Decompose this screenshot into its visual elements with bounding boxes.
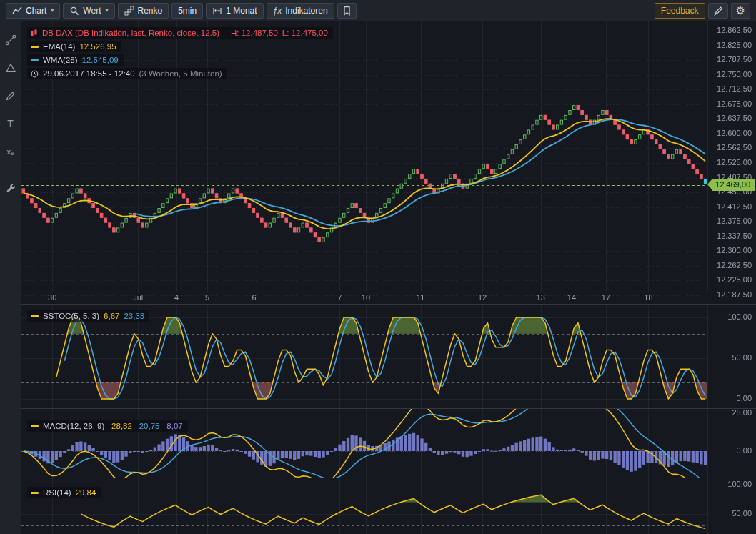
- time-range-detail: (3 Wochen, 5 Minuten): [139, 69, 222, 79]
- sstoc-legend: SSTOC(5, 5, 3) 6,67 23,33: [27, 310, 149, 322]
- macd-label: MACD(12, 26, 9): [43, 421, 104, 431]
- chart-tools-button[interactable]: [4, 182, 18, 197]
- main-legend: DB DAX (DB Indikation, last, Renko, clos…: [27, 27, 333, 79]
- formula-icon: x₈: [6, 147, 14, 156]
- chevron-down-icon: ▾: [51, 7, 54, 14]
- timeframe-button[interactable]: 5min: [171, 3, 203, 19]
- rsi-panel: RSI(14) 29,84: [21, 478, 756, 534]
- pencil-icon: [5, 90, 16, 102]
- sstoc-value-2: 23,33: [124, 311, 144, 321]
- sstoc-line-icon: [31, 315, 39, 317]
- ema-legend-row[interactable]: EMA(14) 12.526,95: [27, 41, 121, 52]
- freehand-draw-tool-button[interactable]: [4, 89, 18, 103]
- bookmark-icon: [342, 6, 352, 16]
- interval-icon: [212, 6, 222, 16]
- wma-value: 12.545,09: [82, 55, 119, 65]
- formula-tool-button[interactable]: x₈: [4, 144, 18, 159]
- clock-icon: [31, 70, 39, 78]
- gear-icon: ⚙: [736, 5, 745, 16]
- chevron-down-icon: ▾: [105, 7, 108, 14]
- text-tool-icon: T: [7, 118, 14, 129]
- ema-value: 12.526,95: [79, 41, 116, 51]
- macd-value-1: -28,82: [109, 421, 132, 431]
- macd-value-2: -20,75: [136, 421, 160, 431]
- rsi-legend-row[interactable]: RSI(14) 29,84: [27, 487, 101, 498]
- last-price-value: 12.469,00: [715, 180, 750, 189]
- feedback-label: Feedback: [661, 6, 699, 16]
- chart-type-button[interactable]: Chart ▾: [6, 3, 60, 19]
- macd-legend: MACD(12, 26, 9) -28,82 -20,75 -8,07: [27, 420, 188, 432]
- last-price-badge: 12.469,00: [712, 179, 755, 191]
- wrench-icon: [5, 184, 16, 195]
- ema-line-icon: [31, 46, 39, 48]
- time-range-row: 29.06.2017 18:55 - 12:40 (3 Wochen, 5 Mi…: [27, 68, 227, 79]
- chart-style-label: Renko: [138, 6, 163, 16]
- fx-icon: ƒx: [273, 6, 282, 16]
- wma-legend-row[interactable]: WMA(28) 12.545,09: [27, 54, 124, 66]
- time-range-text: 29.06.2017 18:55 - 12:40: [43, 69, 135, 79]
- magnifier-icon: [69, 6, 79, 16]
- trendline-tool-button[interactable]: [4, 33, 18, 47]
- bookmark-button[interactable]: [337, 3, 357, 19]
- top-toolbar: Chart ▾ Wert ▾ Renko 5min 1 Monat ƒx Ind…: [0, 0, 756, 21]
- format-brush-button[interactable]: [708, 3, 728, 19]
- rsi-canvas[interactable]: [21, 478, 756, 534]
- ema-label: EMA(14): [43, 41, 75, 51]
- wma-label: WMA(28): [43, 55, 78, 65]
- sstoc-value-1: 6,67: [104, 311, 119, 321]
- series-legend-row[interactable]: DB DAX (DB Indikation, last, Renko, clos…: [27, 27, 333, 39]
- indicators-button[interactable]: ƒx Indikatoren: [267, 3, 334, 19]
- price-panel: DB DAX (DB Indikation, last, Renko, clos…: [21, 21, 756, 304]
- sstoc-panel: SSTOC(5, 5, 3) 6,67 23,33: [21, 305, 756, 408]
- text-tool-button[interactable]: T: [4, 117, 18, 131]
- macd-panel: MACD(12, 26, 9) -28,82 -20,75 -8,07: [21, 409, 756, 478]
- rsi-label: RSI(14): [43, 488, 71, 498]
- chart-line-icon: [12, 6, 22, 16]
- feedback-button[interactable]: Feedback: [655, 3, 705, 19]
- fibonacci-tool-button[interactable]: [4, 61, 18, 75]
- rsi-legend: RSI(14) 29,84: [27, 487, 101, 498]
- timeframe-label: 5min: [178, 6, 197, 16]
- series-title: DB DAX (DB Indikation, last, Renko, clos…: [42, 28, 219, 38]
- range-button[interactable]: 1 Monat: [206, 3, 263, 19]
- indicators-label: Indikatoren: [285, 6, 327, 16]
- chart-style-button[interactable]: Renko: [118, 3, 169, 19]
- charting-app: Chart ▾ Wert ▾ Renko 5min 1 Monat ƒx Ind…: [0, 0, 756, 534]
- macd-value-3: -8,07: [164, 421, 183, 431]
- drawing-tools-sidebar: T x₈: [0, 21, 21, 534]
- trendline-icon: [5, 34, 16, 46]
- macd-canvas[interactable]: [21, 409, 756, 478]
- series-low: L: 12.475,00: [282, 28, 328, 38]
- renko-bricks-icon: [124, 6, 134, 16]
- range-label: 1 Monat: [226, 6, 257, 16]
- chart-type-label: Chart: [26, 6, 46, 16]
- fibonacci-icon: [5, 62, 16, 74]
- series-icon: [31, 29, 38, 36]
- series-high: H: 12.487,50: [231, 28, 278, 38]
- macd-line-icon: [31, 425, 39, 427]
- symbol-search-label: Wert: [83, 6, 101, 16]
- chart-area: DB DAX (DB Indikation, last, Renko, clos…: [21, 21, 756, 534]
- format-brush-icon: [713, 6, 723, 16]
- symbol-search-button[interactable]: Wert ▾: [63, 3, 114, 19]
- sstoc-legend-row[interactable]: SSTOC(5, 5, 3) 6,67 23,33: [27, 310, 149, 322]
- rsi-value: 29,84: [76, 488, 96, 498]
- settings-button[interactable]: ⚙: [731, 3, 750, 19]
- sstoc-label: SSTOC(5, 5, 3): [43, 311, 99, 321]
- rsi-line-icon: [31, 492, 39, 494]
- macd-legend-row[interactable]: MACD(12, 26, 9) -28,82 -20,75 -8,07: [27, 420, 188, 432]
- wma-line-icon: [31, 59, 39, 61]
